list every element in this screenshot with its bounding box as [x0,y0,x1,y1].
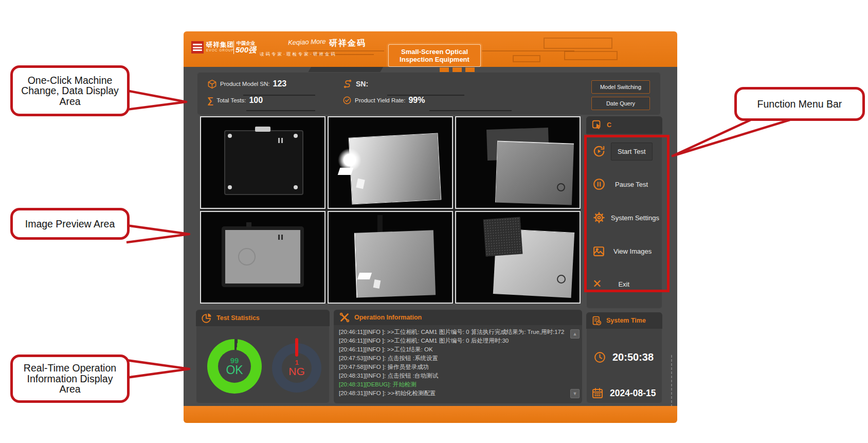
operation-information-header: Operation Information [334,310,582,325]
calendar-icon [591,387,604,399]
app-title: Small-Screen Optical Inspection Equipmen… [388,44,481,67]
camera-image [294,185,298,189]
logo-script-text: Keqiao More [288,38,326,47]
header-decoration [544,38,612,49]
callout-data-area: One-Click Machine Change, Data Display A… [10,65,130,116]
product-model-field: Product Model SN: 123 [207,77,286,91]
camera-preview-6 [455,211,581,304]
camera-image [557,275,566,283]
function-menu-highlight-box [584,135,670,292]
callout-tail [126,225,189,242]
click-icon [591,119,603,131]
logo-top500: 500强 [236,45,256,55]
camera-image [255,127,270,132]
sigma-icon: ∑ [207,96,213,105]
system-time-header: System Time [586,312,662,329]
underline [246,110,315,111]
camera-image [294,134,298,138]
scroll-up-button[interactable]: ▲ [570,329,580,339]
log-line: [20:46:11][INFO ]: >>工位相机: CAM1 图片编号: 0 … [339,336,569,345]
log-line: [20:48:31][INFO ]: 点击按钮 :自动测试 [339,371,569,380]
total-tests-value: 100 [249,96,263,105]
log-area[interactable]: [20:46:11][INFO ]: >>工位相机: CAM1 图片编号: 0 … [334,325,582,403]
camera-image [377,215,383,234]
footer-bar [184,406,677,423]
app-title-line1: Small-Screen Optical [401,48,468,56]
ng-count: 1 [295,359,298,366]
camera-image [357,273,372,279]
ng-tick-mark [295,338,298,357]
header-decoration [513,55,540,62]
callout-operation-info: Real-Time Operation Information Display … [10,355,130,403]
ng-label: NG [288,366,305,377]
tools-icon [339,312,350,323]
evoc-logo [191,41,204,54]
ok-label: OK [226,364,243,376]
camera-image [338,168,354,175]
test-statistics-title: Test Statistics [216,314,260,322]
schedule-icon [591,315,602,326]
sn-field: SN: [342,77,371,91]
yield-rate-field: Product Yield Rate: 99% [342,94,425,107]
product-model-value: 123 [273,79,287,88]
total-tests-field: ∑ Total Tests: 100 [207,94,263,107]
pie-chart-icon [201,312,212,324]
clock-icon [593,351,606,364]
seam-nub [453,67,462,72]
camera-preview-5 [328,211,453,304]
camera-image [281,138,283,143]
log-line: [20:46:11][INFO ]: >>工位相机: CAM1 图片编号: 0 … [339,328,569,336]
header-decoration [482,50,574,51]
logo-group-name-en: EVOC GROUP [206,48,234,52]
camera-image [281,235,283,240]
log-line: [20:47:58][INFO ]: 操作员登录成功 [339,363,569,371]
page: 研祥集团 EVOC GROUP 中国企业 500强 读码专家·瑕检专家·研祥金码… [0,0,868,443]
camera-image [228,185,232,189]
sn-label: SN: [356,80,368,88]
scroll-down-icon: ▼ [573,391,577,396]
scroll-down-button[interactable]: ▼ [570,389,580,398]
camera-image [557,183,565,191]
function-menu-header: C [586,116,662,134]
model-switching-button[interactable]: Model Switching [591,80,650,94]
data-display-panel: Product Model SN: 123 SN: ∑ Total Tests:… [197,72,661,115]
yield-rate-label: Product Yield Rate: [355,97,405,103]
callout-tail [126,91,186,110]
camera-image [222,226,304,287]
camera-preview-2 [328,116,453,209]
camera-image [224,130,303,195]
camera-preview-1 [200,116,326,209]
clock-row: 20:50:38 [593,351,654,364]
system-time-title: System Time [606,317,646,324]
seam-nub [465,67,475,72]
seam-nub [440,67,449,72]
camera-image [495,140,574,205]
logo-divider [233,41,234,54]
header-bar: 研祥集团 EVOC GROUP 中国企业 500强 读码专家·瑕检专家·研祥金码… [184,31,677,67]
test-statistics-header: Test Statistics [196,310,330,326]
camera-image [349,133,442,205]
check-circle-icon [342,96,352,105]
scroll-up-icon: ▲ [573,331,577,336]
callout-function-menu: Function Menu Bar [734,87,865,121]
underline [429,110,512,111]
camera-image [354,230,436,297]
box-icon [207,79,217,89]
system-date-value: 2024-08-15 [610,388,656,399]
callout-tail [673,120,790,156]
log-line-debug: [20:48:31][DEBUG]: 开始检测 [339,380,569,389]
system-time-panel: System Time 20:50:38 2024-08-15 [586,312,662,403]
flow-icon [342,79,353,89]
system-time-value: 20:50:38 [612,351,654,363]
callout-image-preview: Image Preview Area [10,208,130,240]
date-row: 2024-08-15 [591,387,656,399]
app-title-line2: Inspection Equipment [400,56,469,63]
camera-image [228,134,232,138]
yield-rate-value: 99% [408,96,425,105]
operation-information-panel: Operation Information [20:46:11][INFO ]:… [334,310,582,403]
camera-preview-3 [455,116,581,209]
image-preview-grid [200,116,581,304]
camera-preview-4 [200,211,326,304]
date-query-button[interactable]: Date Query [591,97,650,110]
camera-image [246,222,251,227]
